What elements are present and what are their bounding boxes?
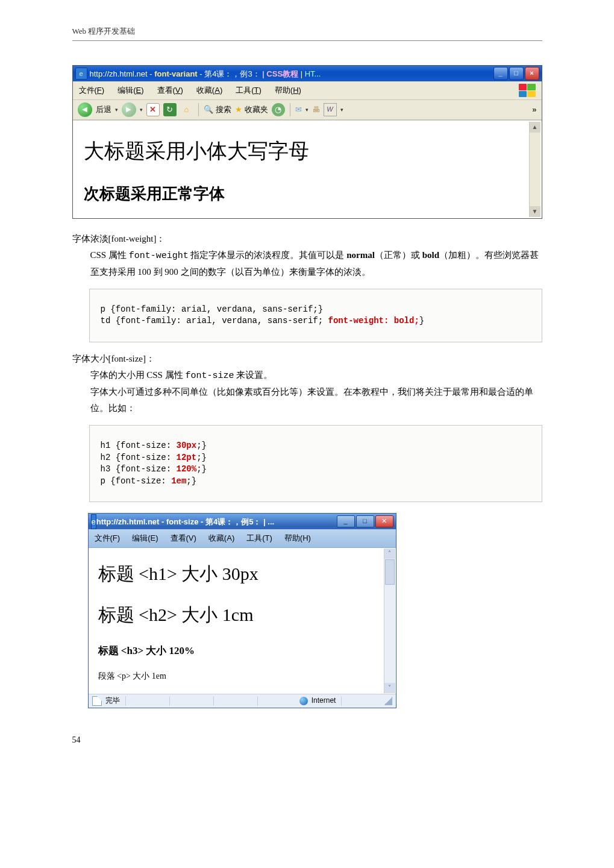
vertical-scrollbar[interactable]: ˄ ˅ [384,549,395,693]
favorites-button[interactable]: ★ 收藏夹 [235,102,268,116]
menu-view[interactable]: 查看(V) [157,83,183,97]
home-button-icon[interactable]: ⌂ [180,103,193,116]
back-button-icon[interactable]: ◄ [78,102,92,117]
menu-favorites[interactable]: 收藏(A) [208,531,234,545]
scroll-up-icon[interactable]: ▲ [530,122,540,133]
globe-icon [299,697,308,705]
menu-view[interactable]: 查看(V) [171,531,196,545]
code-example-font-size: h1 {font-size: 30px;} h2 {font-size: 12p… [89,425,542,502]
menu-tools[interactable]: 工具(T) [246,531,272,545]
windows-flag-icon [519,84,536,97]
status-bar: 完毕 Internet [89,694,396,708]
close-button[interactable]: × [525,67,539,80]
print-button-icon[interactable]: 🖶 [312,102,320,116]
menu-favorites[interactable]: 收藏(A) [196,83,222,97]
browser-viewport: 标题 <h1> 大小 30px 标题 <h2> 大小 1cm 标题 <h3> 大… [89,548,396,694]
menu-bar: 文件(F) 编辑(E) 查看(V) 收藏(A) 工具(T) 帮助(H) [73,81,542,99]
document-icon [92,696,102,706]
font-size-paragraph-1: 字体的大小用 CSS 属性 font-size 来设置。 [90,367,542,384]
demo-h1-line: 标题 <h1> 大小 30px [98,558,386,590]
maximize-button[interactable]: □ [356,515,374,527]
edit-button-icon[interactable]: W [324,103,337,116]
back-button-label[interactable]: 后退 [96,102,111,116]
toolbar-separator [198,103,199,116]
ie-window-font-size: e http://zh.html.net - font-size - 第4课：，… [88,513,396,708]
demo-h3-line: 标题 <h3> 大小 120% [98,642,386,661]
section-title-font-size: 字体大小[font-size]： [72,351,542,367]
stop-button-icon[interactable]: ✕ [146,103,160,116]
edit-dropdown-icon[interactable]: ▾ [340,105,343,115]
status-zone-label: Internet [312,694,336,708]
vertical-scrollbar[interactable]: ▲ ▼ [529,122,540,217]
demo-h2-line: 标题 <h2> 大小 1cm [98,599,386,631]
star-icon: ★ [235,102,242,116]
media-button-icon[interactable]: ◔ [272,103,285,116]
toolbar-separator [290,103,290,116]
menu-tools[interactable]: 工具(T) [236,83,262,97]
demo-heading-sub: 次标题采用正常字体 [84,180,531,209]
page-number: 54 [72,732,542,747]
section-title-font-weight: 字体浓淡[font-weight]： [72,231,542,247]
menu-help[interactable]: 帮助(H) [275,83,301,97]
forward-dropdown-icon[interactable]: ▾ [140,105,143,115]
code-example-font-weight: p {font-family: arial, verdana, sans-ser… [89,289,542,342]
menu-file[interactable]: 文件(F) [95,531,121,545]
page-header: Web 程序开发基础 [72,24,542,41]
scroll-down-icon[interactable]: ˅ [384,683,395,693]
window-title: http://zh.html.net - font-size - 第4课：，例5… [96,515,337,529]
back-dropdown-icon[interactable]: ▾ [115,105,118,115]
resize-grip-icon[interactable] [384,697,392,705]
forward-button-icon[interactable]: ► [122,102,136,117]
font-weight-paragraph: CSS 属性 font-weight 指定字体显示的浓淡程度。其值可以是 nor… [90,247,542,280]
close-button[interactable]: ✕ [375,515,393,527]
ie-titlebar: e http://zh.html.net - font-variant - 第4… [73,66,542,81]
scroll-up-icon[interactable]: ˄ [384,549,395,559]
maximize-button[interactable]: □ [509,67,524,80]
scroll-thumb[interactable] [385,559,395,585]
ie-logo-icon: e [91,514,96,529]
mail-dropdown-icon[interactable]: ▾ [305,105,309,115]
toolbar-overflow-icon[interactable]: » [532,102,536,116]
ie-logo-icon: e [75,68,87,80]
menu-edit[interactable]: 编辑(E) [117,83,143,97]
minimize-button[interactable]: _ [493,67,508,80]
ie2-titlebar: e http://zh.html.net - font-size - 第4课：，… [89,514,396,529]
demo-heading-large: 大标题采用小体大写字母 [84,133,531,169]
demo-p-line: 段落 <p> 大小 1em [98,668,386,684]
search-icon: 🔍 [204,102,213,116]
menu-edit[interactable]: 编辑(E) [132,531,158,545]
ie-window-font-variant: e http://zh.html.net - font-variant - 第4… [72,65,542,218]
menu-help[interactable]: 帮助(H) [284,531,311,545]
menu-bar: 文件(F) 编辑(E) 查看(V) 收藏(A) 工具(T) 帮助(H) [89,529,396,547]
menu-file[interactable]: 文件(F) [79,83,105,97]
browser-viewport: 大标题采用小体大写字母 次标题采用正常字体 ▲ ▼ [73,120,542,218]
status-done-label: 完毕 [105,694,120,708]
refresh-button-icon[interactable]: ↻ [163,103,177,116]
scroll-down-icon[interactable]: ▼ [530,206,540,217]
search-button[interactable]: 🔍 搜索 [204,102,231,116]
font-size-paragraph-2: 字体大小可通过多种不同单位（比如像素或百分比等）来设置。在本教程中，我们将关注于… [90,384,542,417]
toolbar: ◄ 后退 ▾ ► ▾ ✕ ↻ ⌂ 🔍 搜索 ★ 收藏夹 ◔ ✉ ▾ 🖶 W ▾ [73,100,542,120]
minimize-button[interactable]: _ [337,515,355,527]
mail-button-icon[interactable]: ✉ [295,102,302,116]
window-title: http://zh.html.net - font-variant - 第4课：… [90,67,493,81]
